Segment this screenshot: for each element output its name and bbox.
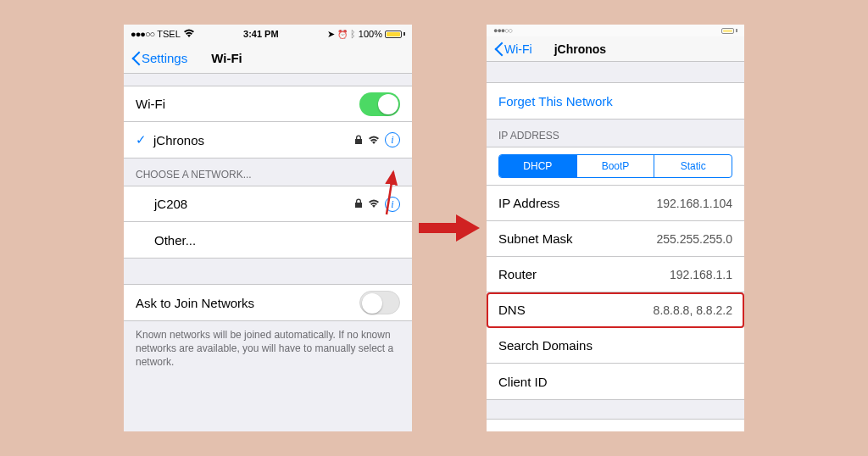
subnet-mask-value: 255.255.255.0 bbox=[656, 232, 732, 246]
renew-lease-label: Renew Lease bbox=[498, 431, 732, 432]
back-label: Settings bbox=[142, 51, 187, 65]
forget-label: Forget This Network bbox=[498, 94, 732, 108]
ask-to-join-toggle[interactable] bbox=[359, 291, 400, 314]
clock-label: 3:41 PM bbox=[243, 29, 279, 39]
seg-bootp[interactable]: BootP bbox=[577, 155, 655, 177]
chevron-left-icon bbox=[131, 51, 140, 66]
dns-row[interactable]: DNS 8.8.8.8, 8.8.2.2 bbox=[487, 292, 744, 328]
info-icon[interactable]: i bbox=[385, 197, 400, 212]
connected-network-row[interactable]: ✓ jChronos i bbox=[124, 122, 412, 158]
carrier-label: TSEL bbox=[157, 29, 181, 39]
network-detail-screen: ●●●○○ Wi-Fi jChronos Forget This Network… bbox=[487, 25, 744, 431]
router-value: 192.168.1.1 bbox=[670, 268, 732, 281]
back-button[interactable]: Wi-Fi bbox=[493, 42, 532, 57]
status-bar: ●●●○○ bbox=[487, 25, 744, 36]
network-row[interactable]: jC208 i bbox=[124, 186, 412, 222]
other-label: Other... bbox=[154, 233, 400, 247]
bluetooth-icon: ᛒ bbox=[350, 29, 356, 39]
search-domains-row[interactable]: Search Domains bbox=[487, 328, 744, 364]
signal-dots-icon: ●●●○○ bbox=[131, 29, 154, 39]
lock-icon bbox=[354, 197, 363, 211]
renew-lease-button[interactable]: Renew Lease bbox=[487, 420, 744, 431]
client-id-row[interactable]: Client ID bbox=[487, 364, 744, 399]
nav-bar: Wi-Fi jChronos bbox=[487, 36, 744, 62]
connected-network-name: jChronos bbox=[153, 133, 354, 147]
other-network-row[interactable]: Other... bbox=[124, 222, 412, 258]
wifi-icon bbox=[183, 28, 195, 40]
seg-static[interactable]: Static bbox=[654, 155, 732, 177]
page-title: Wi-Fi bbox=[211, 51, 242, 65]
dns-label: DNS bbox=[498, 303, 654, 317]
battery-percent-label: 100% bbox=[359, 29, 382, 39]
ask-footer-text: Known networks will be joined automatica… bbox=[124, 321, 412, 376]
ip-mode-segmented: DHCP BootP Static bbox=[487, 147, 744, 186]
status-bar: ●●●○○ TSEL 3:41 PM ➤ ⏰ ᛒ 100% bbox=[124, 25, 412, 43]
battery-icon bbox=[385, 31, 405, 38]
nav-bar: Settings Wi-Fi bbox=[124, 43, 412, 74]
ip-address-label: IP Address bbox=[498, 196, 656, 210]
wifi-strength-icon bbox=[368, 133, 380, 147]
page-title: jChronos bbox=[554, 42, 606, 56]
router-row: Router 192.168.1.1 bbox=[487, 257, 744, 292]
seg-dhcp[interactable]: DHCP bbox=[499, 155, 577, 177]
signal-dots-icon: ●●●○○ bbox=[493, 26, 512, 35]
info-icon[interactable]: i bbox=[385, 132, 400, 147]
ask-to-join-label: Ask to Join Networks bbox=[136, 296, 359, 310]
dns-value: 8.8.8.8, 8.8.2.2 bbox=[654, 303, 732, 317]
ip-address-row: IP Address 192.168.1.104 bbox=[487, 186, 744, 221]
network-name: jC208 bbox=[154, 197, 354, 211]
alarm-icon: ⏰ bbox=[337, 30, 348, 39]
wifi-toggle[interactable] bbox=[359, 92, 400, 116]
back-button[interactable]: Settings bbox=[131, 51, 187, 66]
ip-address-header: IP ADDRESS bbox=[487, 120, 744, 147]
ip-address-value: 192.168.1.104 bbox=[656, 197, 732, 210]
wifi-settings-screen: ●●●○○ TSEL 3:41 PM ➤ ⏰ ᛒ 100% Settings W… bbox=[124, 25, 412, 431]
router-label: Router bbox=[498, 267, 670, 281]
wifi-toggle-label: Wi-Fi bbox=[136, 97, 359, 111]
search-domains-label: Search Domains bbox=[498, 338, 732, 353]
wifi-toggle-row: Wi-Fi bbox=[124, 86, 412, 122]
location-icon: ➤ bbox=[327, 29, 335, 40]
battery-icon bbox=[721, 28, 737, 34]
wifi-strength-icon bbox=[368, 197, 380, 211]
chevron-left-icon bbox=[493, 42, 503, 57]
checkmark-icon: ✓ bbox=[136, 132, 147, 147]
transition-arrow-icon bbox=[415, 211, 483, 245]
lock-icon bbox=[354, 133, 363, 147]
forget-network-button[interactable]: Forget This Network bbox=[487, 83, 744, 119]
choose-network-header: CHOOSE A NETWORK... bbox=[124, 158, 412, 186]
client-id-label: Client ID bbox=[498, 375, 732, 389]
ask-to-join-row: Ask to Join Networks bbox=[124, 285, 412, 320]
subnet-mask-label: Subnet Mask bbox=[498, 231, 656, 246]
subnet-mask-row: Subnet Mask 255.255.255.0 bbox=[487, 221, 744, 257]
